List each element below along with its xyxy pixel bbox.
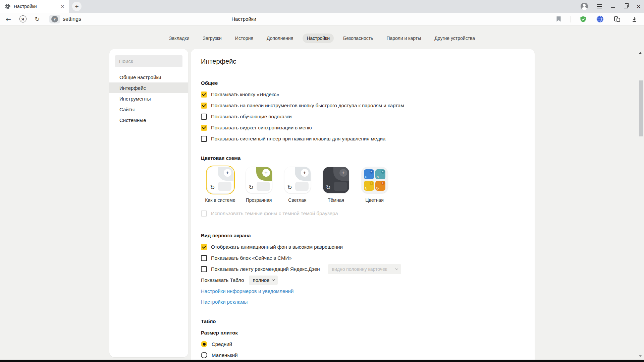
theme-label: Прозрачная — [246, 197, 272, 203]
protect-badge[interactable]: Y — [49, 15, 60, 23]
scrollbar-down-arrow[interactable] — [639, 355, 642, 357]
toolbar-right — [553, 13, 639, 25]
heading-first-screen: Вид первого экрана — [201, 233, 525, 238]
back-button[interactable]: ← — [3, 14, 13, 24]
sidebar-item-interface[interactable]: Интерфейс — [109, 82, 188, 93]
tab-close-icon[interactable]: ✕ — [60, 4, 65, 9]
scrollbar-up-arrow[interactable] — [639, 52, 642, 54]
new-tab-button[interactable]: + — [72, 2, 82, 11]
bookmark-icon[interactable] — [553, 14, 564, 24]
globe-extension-icon[interactable] — [595, 14, 605, 24]
search-input[interactable] — [115, 55, 182, 67]
checkbox-unchecked[interactable] — [201, 255, 207, 261]
option-training-tips[interactable]: Показывать обучающие подсказки — [201, 111, 525, 122]
tablo-show-select[interactable]: полное — [249, 276, 278, 285]
avatar-head — [583, 4, 586, 7]
link-ads-settings[interactable]: Настройки рекламы — [201, 299, 248, 305]
sidebar-item-tools[interactable]: Инструменты — [109, 93, 188, 104]
section-title: Интерфейс — [201, 58, 535, 65]
tab-title: Настройки — [14, 4, 57, 9]
theme-option-transparent[interactable]: + ↻ Прозрачная — [239, 166, 278, 203]
download-icon[interactable] — [629, 14, 639, 24]
link-row: Настройки информеров и уведомлений — [201, 286, 525, 296]
option-label: Показывать обучающие подсказки — [211, 114, 292, 119]
sidebar-item-general[interactable]: Общие настройки — [109, 72, 188, 82]
heading-tile-size: Размер плиток — [201, 330, 525, 336]
checkbox-checked[interactable] — [201, 244, 207, 250]
checkbox-unchecked[interactable] — [201, 114, 207, 120]
theme-option-dark[interactable]: + ↻ Тёмная — [317, 166, 355, 203]
tab-settings[interactable]: Настройки — [303, 34, 334, 43]
tab-security[interactable]: Безопасность — [339, 34, 377, 43]
option-label: Показывать блок «Сейчас в СМИ» — [211, 255, 292, 261]
radio-unselected[interactable] — [201, 352, 207, 358]
checkbox-disabled — [201, 210, 207, 217]
theme-option-colorful[interactable]: +↻ +↻ +↻ +↻ Цветная — [355, 166, 394, 203]
tab-addons[interactable]: Дополнения — [263, 34, 297, 43]
settings-sidebar: Общие настройки Интерфейс Инструменты Са… — [109, 49, 188, 357]
option-news-block[interactable]: Показывать блок «Сейчас в СМИ» — [201, 252, 525, 263]
option-animated-background[interactable]: Отображать анимационный фон в высоком ра… — [201, 241, 525, 252]
color-scheme-list: + ↻ Как в системе + — [201, 166, 525, 203]
checkbox-unchecked[interactable] — [201, 266, 207, 272]
plus-icon: + — [301, 169, 309, 177]
theme-label: Светлая — [288, 197, 306, 203]
divider — [191, 71, 535, 71]
refresh-icon: ↻ — [365, 175, 368, 179]
option-dzen-feed[interactable]: Показывать ленту рекомендаций Яндекс.Дзе… — [201, 263, 525, 275]
option-label: Показывать на панели инструментов кнопку… — [211, 103, 404, 108]
option-quick-access-passwords[interactable]: Показывать на панели инструментов кнопку… — [201, 100, 525, 111]
tab-history[interactable]: История — [231, 34, 257, 43]
theme-preview: + ↻ — [246, 167, 272, 193]
option-system-player[interactable]: Показывать системный плеер при нажатии к… — [201, 133, 525, 144]
settings-main-panel: Интерфейс Общее Показывать кнопку «Яндек… — [191, 49, 535, 360]
refresh-icon: ↻ — [326, 184, 331, 191]
theme-option-light[interactable]: + ↻ Светлая — [278, 166, 317, 203]
profile-avatar[interactable] — [581, 3, 588, 10]
refresh-icon: ↻ — [365, 187, 368, 190]
tab-passwords[interactable]: Пароли и карты — [382, 34, 425, 43]
link-informers-settings[interactable]: Настройки информеров и уведомлений — [201, 288, 293, 294]
menu-icon[interactable] — [597, 4, 602, 8]
radio-selected[interactable] — [201, 341, 207, 347]
radio-option-medium[interactable]: Средний — [201, 339, 525, 350]
option-show-yandex-button[interactable]: Показывать кнопку «Яндекс» — [201, 89, 525, 100]
theme-border: + ↻ — [245, 166, 273, 194]
sidebar-item-system[interactable]: Системные — [109, 115, 188, 125]
close-window-button[interactable]: ✕ — [636, 4, 641, 9]
radio-label: Средний — [212, 341, 232, 347]
checkbox-checked[interactable] — [201, 103, 207, 109]
refresh-icon: ↻ — [376, 187, 379, 190]
settings-nav-tabs: Закладки Загрузки История Дополнения Нас… — [0, 25, 644, 43]
collections-extension-icon[interactable] — [612, 14, 622, 24]
mini-card-yellow: +↻ — [364, 181, 374, 191]
radio-option-small[interactable]: Маленький — [201, 350, 525, 360]
shield-extension-icon[interactable] — [578, 14, 588, 24]
theme-option-system[interactable]: + ↻ Как в системе — [201, 166, 239, 203]
heading-color-scheme: Цветовая схема — [201, 155, 525, 161]
tile-size-options: Средний Маленький Большой — [201, 339, 525, 360]
restore-button[interactable] — [624, 5, 628, 8]
checkbox-checked[interactable] — [201, 125, 207, 131]
refresh-icon: ↻ — [210, 184, 215, 191]
sidebar-item-sites[interactable]: Сайты — [109, 104, 188, 115]
theme-preview: + ↻ — [284, 167, 311, 193]
minimize-button[interactable] — [611, 7, 615, 8]
address-bar[interactable]: Y settings — [49, 15, 81, 23]
theme-tile — [295, 182, 309, 191]
option-dark-backgrounds: Использовать тёмные фоны с тёмной темой … — [201, 208, 525, 219]
tab-downloads[interactable]: Загрузки — [199, 34, 225, 43]
reload-button[interactable]: ↻ — [32, 14, 42, 24]
yandex-home-button[interactable]: Я — [18, 14, 28, 24]
address-text[interactable]: settings — [63, 16, 81, 22]
page-title: Настройки — [231, 16, 256, 22]
browser-tab-settings[interactable]: Настройки ✕ — [0, 0, 69, 13]
chevron-down-icon — [395, 267, 398, 270]
checkbox-checked[interactable] — [201, 92, 207, 98]
scrollbar-thumb[interactable] — [639, 80, 643, 136]
sidebar-search — [115, 55, 182, 67]
option-sync-widget[interactable]: Показывать виджет синхронизации в меню — [201, 122, 525, 133]
tab-other-devices[interactable]: Другие устройства — [430, 34, 479, 43]
tab-bookmarks[interactable]: Закладки — [165, 34, 194, 43]
checkbox-unchecked[interactable] — [201, 136, 207, 142]
